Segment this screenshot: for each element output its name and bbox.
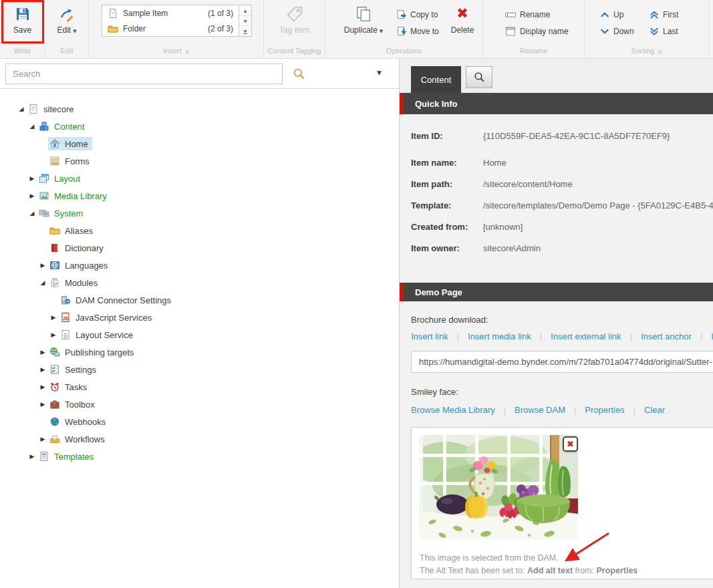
insert-options-list: Sample Item(1 of 3)Folder(2 of 3) [102,5,239,37]
tree-item-publishing-targets[interactable]: ▶ Publishing targets [0,343,399,361]
tree-item-label: Toolbox [65,400,95,410]
content-tree: ◢ sitecore ◢ Content Home Forms ▶ Layout… [0,90,399,588]
tab-search[interactable] [466,66,492,88]
tree-expander-icon[interactable]: ▶ [37,384,48,390]
sorting-launcher-icon[interactable]: ⇲ [657,48,662,55]
settings-icon [49,364,60,375]
tree-expander-icon[interactable]: ▶ [48,331,59,338]
tree-item-system[interactable]: ◢ System [0,204,399,222]
browse-dam-link[interactable]: Browse DAM [515,405,565,415]
tree-expander-icon[interactable]: ▶ [27,192,37,199]
insert-option-count: (2 of 3) [208,24,233,33]
search-input[interactable] [5,63,283,84]
sort-first-button[interactable]: First [649,7,678,22]
search-options-caret-icon[interactable]: ▼ [377,69,382,76]
layout-service-icon [60,329,71,340]
tree-item-layout[interactable]: ▶ Layout [0,170,399,187]
tree-expander-icon[interactable]: ▶ [37,262,48,269]
chevron-down-icon [599,26,610,37]
workflows-icon [49,434,60,444]
system-icon [39,208,49,218]
tree-expander-icon[interactable]: ◢ [27,210,37,216]
move-to-button[interactable]: Move to [396,24,439,39]
insert-external-link-link[interactable]: Insert external link [551,331,621,341]
tree-item-templates[interactable]: ▶ Templates [0,448,399,465]
insert-scroll-last-button[interactable]: ▼ [239,26,251,36]
quick-info-label: Created from: [411,222,483,232]
insert-option-sample-item[interactable]: Sample Item(1 of 3) [102,5,239,21]
tree-item-workflows[interactable]: ▶ Workflows [0,430,399,448]
remove-image-button[interactable]: ✖ [563,436,578,452]
sort-down-button[interactable]: Down [599,24,634,39]
edit-button[interactable]: Edit▼ [45,5,88,35]
tab-content[interactable]: Content [411,66,461,93]
tree-item-javascript-services[interactable]: ▶ JavaScript Services [0,309,399,326]
quick-info-value: /sitecore/templates/Demo/Demo Page - {5F… [483,200,713,210]
tree-expander-icon[interactable]: ◢ [27,123,37,130]
save-label: Save [13,25,31,35]
ribbon-group-rename: Rename Display name Rename [483,0,585,58]
display-name-button[interactable]: Display name [505,24,569,39]
delete-button[interactable]: ✖ Delete [443,5,482,35]
tree-item-content[interactable]: ◢ Content [0,118,399,135]
tree-expander-icon[interactable]: ▶ [48,314,59,321]
sort-up-button[interactable]: Up [599,7,634,22]
tree-item-aliases[interactable]: Aliases [0,222,399,239]
edit-caret-icon: ▼ [73,29,76,34]
tree-item-label: Forms [65,156,90,166]
duplicate-icon [355,5,372,23]
smiley-face-field-label: Smiley face: [411,387,458,397]
javascript-services-icon [60,312,71,323]
tree-item-sitecore[interactable]: ◢ sitecore [0,100,399,118]
insert-media-link-link[interactable]: Insert media link [468,331,531,341]
tree-expander-icon[interactable]: ▶ [37,366,48,373]
browse-media-library-link[interactable]: Browse Media Library [411,405,495,415]
tree-item-home[interactable]: Home [0,135,399,152]
save-button[interactable]: Save [0,5,45,35]
insert-option-count: (1 of 3) [208,9,233,18]
insert-launcher-icon[interactable]: ⇲ [184,48,189,55]
tree-expander-icon[interactable]: ◢ [16,106,27,112]
quick-info-section-header[interactable]: Quick Info [400,93,713,114]
ribbon-group-write: Save Write [0,0,45,58]
tree-item-media-library[interactable]: ▶ Media Library [0,187,399,204]
rename-button[interactable]: Rename [505,7,569,22]
tree-expander-icon[interactable]: ▶ [27,453,37,460]
brochure-url-input[interactable] [411,351,713,373]
tree-item-modules[interactable]: ◢ Modules [0,274,399,291]
link-separator: | [633,405,635,415]
clear-link[interactable]: Clear [644,405,665,415]
duplicate-button[interactable]: Duplicate▼ [337,5,390,35]
tree-item-dictionary[interactable]: Dictionary [0,239,399,257]
tree-expander-icon[interactable]: ◢ [37,279,48,286]
tree-item-dam-connector-settings[interactable]: DAM Connector Settings [0,291,399,309]
tag-item-label: Tag item [279,25,309,35]
tree-item-forms[interactable]: Forms [0,152,399,170]
properties-link[interactable]: Properties [585,405,624,415]
sitecore-doc-icon [28,104,39,114]
sort-last-button[interactable]: Last [649,24,678,39]
tree-expander-icon[interactable]: ▶ [37,436,48,442]
insert-anchor-link[interactable]: Insert anchor [641,331,692,341]
dam-connector-icon [60,295,71,305]
insert-scroll-up-button[interactable]: ▲ [239,5,251,16]
demo-page-section-header[interactable]: Demo Page [400,283,713,301]
search-icon[interactable] [292,67,306,81]
sorting-group-label: Sorting⇲ [585,47,708,55]
tree-item-languages[interactable]: ▶ Languages [0,257,399,274]
copy-to-button[interactable]: Copy to [396,7,439,22]
layout-icon [39,173,49,184]
tree-item-layout-service[interactable]: ▶ Layout Service [0,326,399,343]
tree-item-webhooks[interactable]: Webhooks [0,413,399,430]
insert-option-folder[interactable]: Folder(2 of 3) [102,21,239,36]
tree-expander-icon[interactable]: ▶ [27,175,37,182]
insert-link-link[interactable]: Insert link [411,331,448,341]
tree-item-toolbox[interactable]: ▶ Toolbox [0,396,399,413]
tree-item-tasks[interactable]: ▶ Tasks [0,378,399,396]
tree-item-settings[interactable]: ▶ Settings [0,361,399,378]
templates-icon [39,451,49,462]
tree-expander-icon[interactable]: ▶ [37,401,48,408]
insert-scroll-down-button[interactable]: ▼ [239,16,251,27]
tree-expander-icon[interactable]: ▶ [37,349,48,355]
toolbox-icon [49,399,60,410]
